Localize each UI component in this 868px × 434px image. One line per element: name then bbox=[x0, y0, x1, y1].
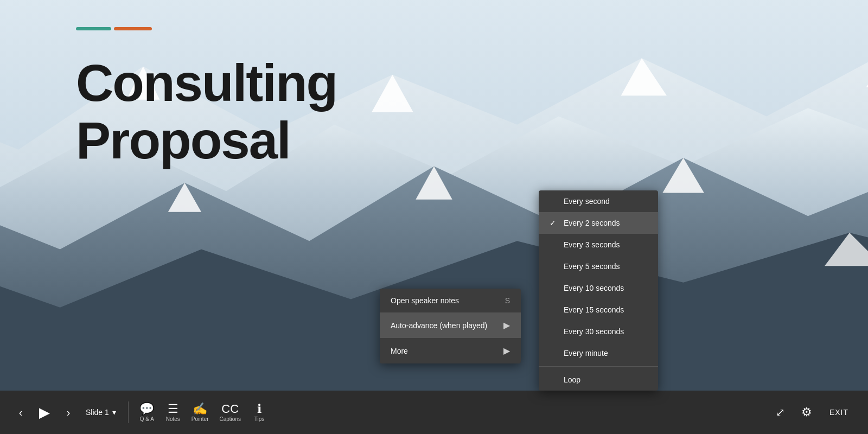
every-minute-label: Every minute bbox=[564, 349, 608, 358]
every-15-seconds-label: Every 15 seconds bbox=[564, 305, 624, 314]
menu-item-more[interactable]: More ▶ bbox=[380, 338, 521, 363]
menu-item-speaker-notes[interactable]: Open speaker notes S bbox=[380, 289, 521, 312]
notes-button[interactable]: ☰ Notes bbox=[161, 396, 185, 429]
qa-label: Q & A bbox=[140, 416, 154, 422]
exit-button[interactable]: EXIT bbox=[821, 404, 857, 421]
logo-bar bbox=[76, 27, 163, 30]
next-slide-button[interactable]: › bbox=[59, 403, 78, 422]
loop-label: Loop bbox=[564, 375, 580, 384]
tips-icon: ℹ bbox=[257, 403, 261, 415]
slide-title: Consulting Proposal bbox=[76, 54, 337, 169]
submenu-loop[interactable]: Loop bbox=[539, 369, 658, 391]
prev-slide-button[interactable]: ‹ bbox=[11, 403, 30, 422]
every-30-seconds-label: Every 30 seconds bbox=[564, 327, 624, 336]
submenu-every-10-seconds[interactable]: Every 10 seconds bbox=[539, 277, 658, 299]
every-10-seconds-label: Every 10 seconds bbox=[564, 284, 624, 292]
submenu-every-2-seconds[interactable]: ✓ Every 2 seconds bbox=[539, 212, 658, 234]
speaker-notes-label: Open speaker notes bbox=[391, 296, 459, 305]
every-3-seconds-label: Every 3 seconds bbox=[564, 240, 620, 249]
pointer-icon: ✍ bbox=[193, 403, 207, 415]
gear-icon: ⚙ bbox=[801, 405, 812, 419]
fullscreen-button[interactable]: ⤢ bbox=[769, 400, 793, 424]
submenu-every-second[interactable]: Every second bbox=[539, 190, 658, 212]
captions-button[interactable]: CC Captions bbox=[215, 396, 245, 429]
toolbar: ‹ ▶ › Slide 1 ▾ 💬 Q & A ☰ Notes ✍ Pointe… bbox=[0, 391, 868, 434]
context-menu: Open speaker notes S Auto-advance (when … bbox=[380, 289, 521, 363]
menu-item-auto-advance[interactable]: Auto-advance (when played) ▶ bbox=[380, 312, 521, 338]
auto-advance-arrow-icon: ▶ bbox=[503, 320, 510, 330]
slide-number: Slide 1 bbox=[86, 408, 109, 417]
tips-button[interactable]: ℹ Tips bbox=[247, 396, 271, 429]
captions-label: Captions bbox=[220, 416, 241, 422]
slide-indicator[interactable]: Slide 1 ▾ bbox=[80, 406, 122, 419]
gear-button[interactable]: ⚙ bbox=[795, 400, 819, 424]
more-arrow-icon: ▶ bbox=[503, 346, 510, 356]
qa-icon: 💬 bbox=[139, 403, 154, 415]
every-2-seconds-label: Every 2 seconds bbox=[564, 219, 620, 227]
slide-title-line1: Consulting bbox=[76, 54, 337, 112]
notes-icon: ☰ bbox=[168, 403, 178, 415]
submenu-every-30-seconds[interactable]: Every 30 seconds bbox=[539, 321, 658, 342]
auto-advance-label: Auto-advance (when played) bbox=[391, 321, 487, 330]
separator-1 bbox=[128, 401, 129, 423]
submenu-every-15-seconds[interactable]: Every 15 seconds bbox=[539, 299, 658, 321]
notes-label: Notes bbox=[166, 416, 180, 422]
pointer-label: Pointer bbox=[192, 416, 209, 422]
slide-title-line2: Proposal bbox=[76, 112, 337, 169]
every-second-label: Every second bbox=[564, 197, 610, 206]
logo-orange bbox=[114, 27, 152, 30]
every-5-seconds-label: Every 5 seconds bbox=[564, 262, 620, 271]
check-every-2-seconds-icon: ✓ bbox=[550, 219, 558, 227]
speaker-notes-shortcut: S bbox=[505, 296, 510, 305]
qa-button[interactable]: 💬 Q & A bbox=[135, 396, 159, 429]
submenu-every-5-seconds[interactable]: Every 5 seconds bbox=[539, 256, 658, 277]
submenu-separator bbox=[539, 366, 658, 367]
more-label: More bbox=[391, 347, 408, 355]
submenu-every-minute[interactable]: Every minute bbox=[539, 342, 658, 364]
dropdown-arrow-icon: ▾ bbox=[112, 408, 116, 417]
exit-label: EXIT bbox=[829, 408, 848, 417]
submenu-every-3-seconds[interactable]: Every 3 seconds bbox=[539, 234, 658, 256]
play-button[interactable]: ▶ bbox=[33, 400, 56, 424]
tips-label: Tips bbox=[254, 416, 265, 422]
logo-teal bbox=[76, 27, 111, 30]
fullscreen-icon: ⤢ bbox=[776, 406, 785, 419]
pointer-button[interactable]: ✍ Pointer bbox=[187, 396, 213, 429]
submenu: Every second ✓ Every 2 seconds Every 3 s… bbox=[539, 190, 658, 391]
captions-icon: CC bbox=[221, 403, 239, 415]
